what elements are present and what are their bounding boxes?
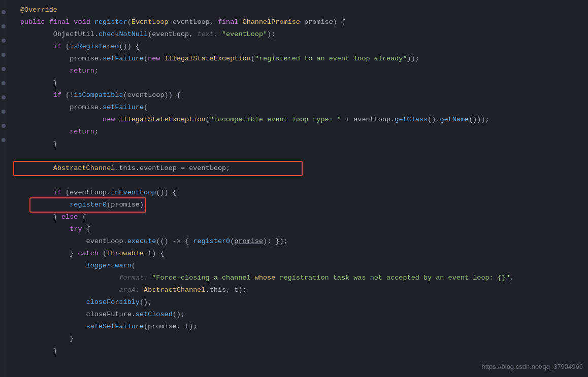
code-content: public final void register(EventLoop eve… [20, 16, 345, 28]
code-content: if (eventLoop.inEventLoop()) { [20, 187, 177, 199]
code-content: eventLoop.execute(() -> { register0(prom… [20, 235, 288, 248]
sidebar-icon-10 [2, 138, 6, 142]
left-sidebar [0, 0, 7, 377]
code-content: format: "Force-closing a channel whose r… [20, 272, 514, 284]
code-content: if (!isCompatible(eventLoop)) { [20, 89, 181, 101]
code-line-7: } [15, 77, 580, 89]
code-line-1: @Override [15, 4, 580, 16]
code-line-15 [15, 175, 580, 187]
code-line-19: try { [15, 223, 580, 235]
code-line-13 [15, 150, 580, 162]
code-line-11: return; [15, 126, 580, 138]
code-content: } [20, 333, 74, 345]
code-content: argA: AbstractChannel.this, t); [20, 284, 247, 296]
code-content: } [20, 138, 57, 150]
code-content: safeSetFailure(promise, t); [20, 321, 197, 333]
code-line-12: } [15, 138, 580, 150]
code-line-28: } [15, 333, 580, 345]
code-content: if (isRegistered()) { [20, 41, 140, 53]
sidebar-icon-6 [2, 81, 6, 85]
sidebar-icon-2 [2, 24, 6, 28]
code-content: closeFuture.setClosed(); [20, 309, 185, 321]
sidebar-icon-5 [2, 67, 6, 71]
code-content: } [20, 345, 57, 357]
code-content: new IllegalStateException("incompatible … [20, 114, 489, 126]
code-content: register0(promise); [20, 199, 148, 211]
code-line-5: promise.setFailure(new IllegalStateExcep… [15, 53, 580, 65]
code-content: logger.warn( [20, 260, 136, 272]
code-line-9: promise.setFailure( [15, 101, 580, 114]
code-line-25: closeForcibly(); [15, 296, 580, 309]
sidebar-icon-4 [2, 53, 6, 57]
code-line-10: new IllegalStateException("incompatible … [15, 114, 580, 126]
sidebar-icon-3 [2, 39, 6, 43]
code-content: return; [20, 126, 99, 138]
sidebar-icon-7 [2, 95, 6, 99]
sidebar-icon-8 [2, 110, 6, 114]
code-content: promise.setFailure( [20, 101, 148, 114]
watermark: https://blog.csdn.net/qq_37904966 [482, 361, 583, 373]
code-content: } [20, 77, 57, 89]
code-content: @Override [20, 4, 57, 16]
code-line-23: format: "Force-closing a channel whose r… [15, 272, 580, 284]
code-line-8: if (!isCompatible(eventLoop)) { [15, 89, 580, 101]
code-editor: @Override public final void register(Eve… [7, 0, 588, 377]
sidebar-icon-1 [2, 10, 6, 14]
code-line-20: eventLoop.execute(() -> { register0(prom… [15, 235, 580, 248]
code-content: } else { [20, 211, 86, 223]
code-line-22: logger.warn( [15, 260, 580, 272]
code-line-4: if (isRegistered()) { [15, 41, 580, 53]
code-content: AbstractChannel.this.eventLoop = eventLo… [20, 162, 230, 175]
code-line-16: if (eventLoop.inEventLoop()) { [15, 187, 580, 199]
code-line-29: } [15, 345, 580, 357]
code-line-21: } catch (Throwable t) { [15, 248, 580, 260]
code-line-6: return; [15, 65, 580, 77]
code-line-18: } else { [15, 211, 580, 223]
code-content: return; [20, 65, 99, 77]
code-content: ObjectUtil.checkNotNull(eventLoop, text:… [20, 28, 275, 41]
code-line-24: argA: AbstractChannel.this, t); [15, 284, 580, 296]
code-content: } catch (Throwable t) { [20, 248, 165, 260]
code-line-2: public final void register(EventLoop eve… [15, 16, 580, 28]
code-content: promise.setFailure(new IllegalStateExcep… [20, 53, 419, 65]
code-content: try { [20, 223, 90, 235]
sidebar-icon-9 [2, 124, 6, 128]
code-line-17: register0(promise); [15, 199, 580, 211]
code-line-27: safeSetFailure(promise, t); [15, 321, 580, 333]
code-line-26: closeFuture.setClosed(); [15, 309, 580, 321]
code-content: closeForcibly(); [20, 296, 152, 309]
code-line-3: ObjectUtil.checkNotNull(eventLoop, text:… [15, 28, 580, 41]
code-line-14: AbstractChannel.this.eventLoop = eventLo… [15, 162, 580, 175]
